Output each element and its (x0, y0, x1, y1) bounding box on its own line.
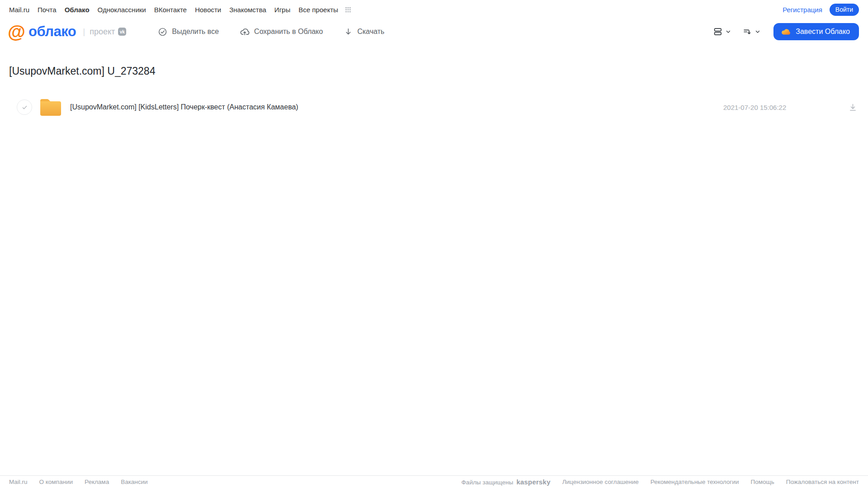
footer-link-license[interactable]: Лицензионное соглашение (562, 479, 639, 485)
footer-link-help[interactable]: Помощь (751, 479, 774, 485)
save-to-cloud-label: Сохранить в Облако (254, 28, 323, 36)
check-circle-icon (158, 27, 167, 37)
header: @ облако | проект vk Выделить все Сохран… (0, 18, 868, 49)
view-mode-dropdown[interactable] (713, 27, 731, 37)
topnav-link-mail[interactable]: Почта (38, 6, 57, 14)
footer-right-links: Файлы защищены kaspersky Лицензионное со… (461, 478, 859, 486)
vk-badge-icon: vk (118, 28, 126, 36)
registration-link[interactable]: Регистрация (783, 6, 822, 14)
download-label: Скачать (357, 28, 384, 36)
topnav-link-mailru[interactable]: Mail.ru (9, 6, 29, 14)
file-modified-date: 2021-07-20 15:06:22 (723, 104, 848, 111)
logo-project-text: проект (90, 27, 115, 37)
all-projects-grid-icon[interactable] (345, 6, 351, 13)
download-icon (344, 27, 353, 36)
get-cloud-label: Завести Облако (796, 28, 850, 36)
row-download-icon[interactable] (848, 103, 858, 112)
row-checkbox[interactable] (17, 99, 32, 115)
folder-icon[interactable] (39, 98, 62, 117)
top-navigation: Mail.ru Почта Облако Одноклассники ВКонт… (0, 0, 868, 18)
auth-area: Регистрация Войти (783, 4, 859, 16)
cloud-upload-icon (240, 27, 250, 37)
file-name-link[interactable]: [UsupovMarket.com] [KidsLetters] Почерк-… (70, 103, 723, 111)
logo-divider: | (83, 27, 85, 37)
file-row[interactable]: [UsupovMarket.com] [KidsLetters] Почерк-… (0, 96, 868, 118)
login-button[interactable]: Войти (830, 4, 859, 16)
cloud-icon (781, 27, 791, 37)
view-controls: Завести Облако (713, 23, 859, 40)
topnav-link-vkontakte[interactable]: ВКонтакте (154, 6, 187, 14)
sort-dropdown[interactable] (742, 27, 761, 37)
select-all-label: Выделить все (172, 28, 218, 36)
topnav-link-dating[interactable]: Знакомства (229, 6, 266, 14)
topnav-link-news[interactable]: Новости (195, 6, 221, 14)
sort-icon (742, 27, 752, 37)
topnav-link-odnoklassniki[interactable]: Одноклассники (98, 6, 146, 14)
mailru-at-icon: @ (8, 23, 25, 41)
topnav-link-cloud[interactable]: Облако (65, 6, 90, 14)
footer: Mail.ru О компании Реклама Вакансии Файл… (0, 475, 868, 488)
protected-by-label: Файлы защищены (461, 479, 513, 486)
page-title: [UsupovMarket.com] U_273284 (9, 65, 868, 77)
download-button[interactable]: Скачать (344, 27, 384, 36)
kaspersky-logo[interactable]: kaspersky (517, 478, 550, 486)
save-to-cloud-button[interactable]: Сохранить в Облако (240, 27, 323, 37)
kaspersky-protection: Файлы защищены kaspersky (461, 478, 550, 486)
cloud-logo[interactable]: @ облако | проект vk (8, 23, 126, 41)
footer-link-about[interactable]: О компании (39, 479, 73, 485)
select-all-button[interactable]: Выделить все (158, 27, 218, 37)
footer-link-ads[interactable]: Реклама (85, 479, 109, 485)
check-icon (21, 104, 28, 111)
topnav-link-all-projects[interactable]: Все проекты (299, 6, 338, 14)
main-content: [UsupovMarket.com] U_273284 [UsupovMarke… (0, 65, 868, 118)
file-actions-toolbar: Выделить все Сохранить в Облако Скачать (158, 27, 384, 37)
view-list-icon (713, 27, 723, 37)
chevron-down-icon (754, 28, 761, 35)
logo-brand-text: облако (28, 24, 76, 40)
portal-links: Mail.ru Почта Облако Одноклассники ВКонт… (9, 6, 351, 14)
footer-link-mailru[interactable]: Mail.ru (9, 479, 28, 485)
footer-link-jobs[interactable]: Вакансии (121, 479, 148, 485)
topnav-link-games[interactable]: Игры (275, 6, 290, 14)
get-cloud-button[interactable]: Завести Облако (773, 23, 859, 40)
chevron-down-icon (725, 28, 731, 35)
footer-left-links: Mail.ru О компании Реклама Вакансии (9, 479, 148, 485)
footer-link-report[interactable]: Пожаловаться на контент (786, 479, 859, 485)
footer-link-recommendations[interactable]: Рекомендательные технологии (650, 479, 739, 485)
